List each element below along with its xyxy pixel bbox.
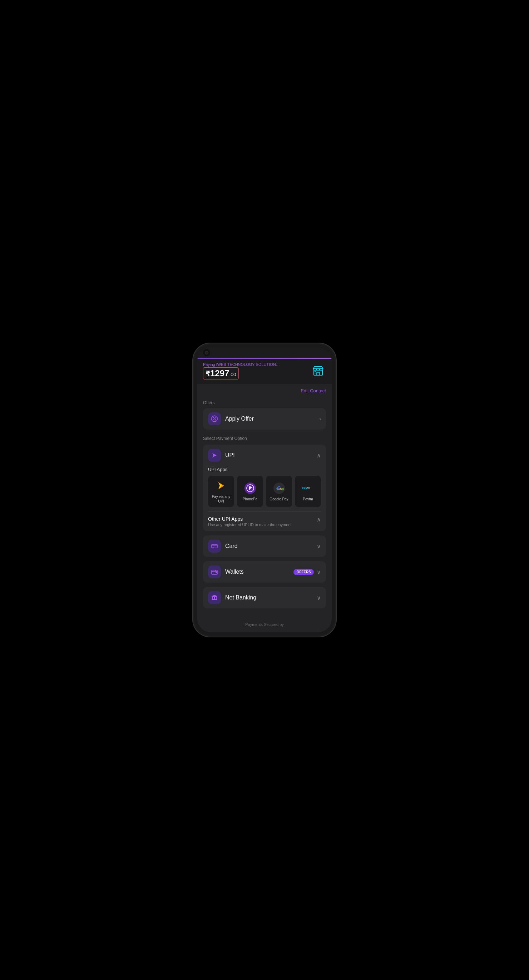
card-icon-bg xyxy=(208,540,221,553)
other-upi-title: Other UPI Apps xyxy=(208,516,317,522)
svg-text:₱: ₱ xyxy=(249,486,252,491)
gpay-icon: G G o o g xyxy=(273,482,286,495)
upi-apps-section: UPI Apps Pay via any UPI xyxy=(208,467,321,527)
header-left: Paying IWEB TECHNOLOGY SOLUTIONS PRIVATE… xyxy=(203,362,310,379)
net-banking-icon-bg xyxy=(208,591,221,604)
payment-header: Paying IWEB TECHNOLOGY SOLUTIONS PRIVATE… xyxy=(197,359,332,384)
svg-rect-28 xyxy=(211,599,217,600)
wallets-icon-bg xyxy=(208,565,221,578)
card-label: Card xyxy=(225,543,317,549)
svg-rect-32 xyxy=(211,596,217,597)
footer: Payments Secured by xyxy=(197,616,332,632)
net-banking-icon xyxy=(211,594,218,601)
svg-marker-11 xyxy=(218,482,222,489)
other-upi-chevron-icon: ∧ xyxy=(317,516,321,523)
upi-app-phonepe[interactable]: ₱ PhonePe xyxy=(237,476,263,507)
shop-icon-container xyxy=(310,362,326,378)
upi-label: UPI xyxy=(225,452,317,458)
status-bar xyxy=(197,348,332,358)
amount-decimal: .00 xyxy=(229,372,236,377)
svg-rect-29 xyxy=(212,597,213,599)
paytm-icon: Pay tm xyxy=(302,482,315,495)
upi-app-paytm[interactable]: Pay tm Paytm xyxy=(295,476,321,507)
svg-rect-31 xyxy=(216,597,217,599)
upi-apps-grid: Pay via any UPI ₱ PhonePe xyxy=(208,476,321,507)
svg-rect-0 xyxy=(314,370,322,375)
phonepe-label: PhonePe xyxy=(243,497,257,501)
other-upi-row[interactable]: Other UPI Apps Use any registered UPI ID… xyxy=(208,511,321,527)
wallets-option[interactable]: Wallets OFFERS ∨ xyxy=(203,561,326,582)
upi-chevron-up-icon: ∧ xyxy=(317,452,321,459)
svg-rect-1 xyxy=(317,372,319,375)
upi-icon xyxy=(211,452,218,459)
upi-apps-title: UPI Apps xyxy=(208,467,321,472)
offer-icon-bg xyxy=(208,412,221,425)
any-upi-icon xyxy=(215,479,228,492)
svg-rect-30 xyxy=(214,597,215,599)
upi-section[interactable]: UPI ∧ UPI Apps xyxy=(203,445,326,531)
payment-section-label: Select Payment Option xyxy=(203,436,326,441)
wallets-offers-badge: OFFERS xyxy=(294,569,314,575)
content-area[interactable]: Edit Contact Offers Apply Offer › xyxy=(197,384,332,616)
phone-frame: Paying IWEB TECHNOLOGY SOLUTIONS PRIVATE… xyxy=(193,344,336,636)
wallets-label: Wallets xyxy=(225,569,294,575)
camera-notch xyxy=(203,349,210,356)
card-chevron-icon: ∨ xyxy=(317,543,321,550)
other-upi-subtitle: Use any registered UPI ID to make the pa… xyxy=(208,523,317,527)
net-banking-chevron-icon: ∨ xyxy=(317,595,321,601)
svg-rect-23 xyxy=(211,544,217,548)
upi-app-any[interactable]: Pay via any UPI xyxy=(208,476,234,507)
upi-app-gpay[interactable]: G G o o g Google Pay xyxy=(266,476,292,507)
amount-box: ₹ 1297 .00 xyxy=(203,368,239,379)
wallets-chevron-icon: ∨ xyxy=(317,569,321,576)
upi-header[interactable]: UPI ∧ xyxy=(208,449,321,462)
edit-contact-row: Edit Contact xyxy=(203,384,326,399)
svg-point-5 xyxy=(213,417,214,418)
wallet-icon xyxy=(211,568,218,576)
svg-text:g: g xyxy=(282,487,284,490)
apply-offer-row[interactable]: Apply Offer › xyxy=(203,408,326,430)
svg-text:Pay: Pay xyxy=(302,487,307,490)
net-banking-option[interactable]: Net Banking ∨ xyxy=(203,587,326,608)
amount-main: 1297 xyxy=(210,368,229,379)
gpay-label: Google Pay xyxy=(270,497,288,501)
paying-label: Paying IWEB TECHNOLOGY SOLUTIONS PRIVATE… xyxy=(203,362,282,367)
apply-offer-label: Apply Offer xyxy=(225,415,319,422)
card-option[interactable]: Card ∨ xyxy=(203,535,326,557)
card-icon xyxy=(211,542,218,550)
chevron-right-icon: › xyxy=(319,415,321,422)
other-upi-text: Other UPI Apps Use any registered UPI ID… xyxy=(208,516,317,527)
phonepe-icon: ₱ xyxy=(244,482,257,495)
svg-point-6 xyxy=(215,420,216,421)
offers-section-label: Offers xyxy=(203,400,326,405)
shop-icon xyxy=(312,364,324,377)
amount-currency: ₹ xyxy=(205,369,210,378)
svg-rect-27 xyxy=(216,572,217,573)
net-banking-label: Net Banking xyxy=(225,595,317,601)
upi-icon-bg xyxy=(208,449,221,462)
svg-rect-25 xyxy=(212,547,214,547)
svg-text:tm: tm xyxy=(307,487,310,490)
phone-screen: Paying IWEB TECHNOLOGY SOLUTIONS PRIVATE… xyxy=(197,348,332,632)
footer-secured-text: Payments Secured by xyxy=(245,622,284,627)
any-upi-label: Pay via any UPI xyxy=(210,494,232,504)
paytm-label: Paytm xyxy=(303,497,313,501)
svg-marker-9 xyxy=(212,453,217,457)
discount-icon xyxy=(211,415,218,422)
edit-contact-button[interactable]: Edit Contact xyxy=(300,388,326,393)
